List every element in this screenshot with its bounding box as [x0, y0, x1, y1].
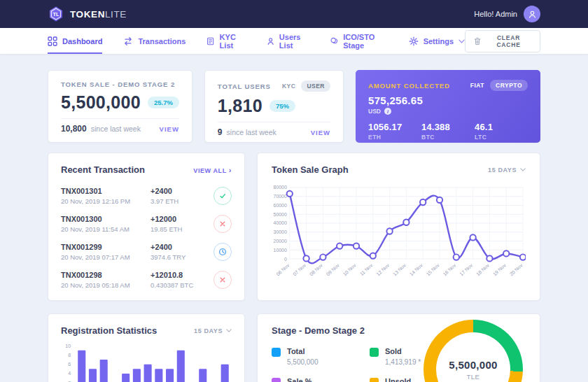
chevron-down-icon	[520, 168, 526, 171]
svg-text:13 Nov: 13 Nov	[392, 262, 407, 276]
legend-item-sale-: Sale %25.7% Sold	[272, 377, 370, 382]
graph-period-dropdown[interactable]: 15 DAYS	[488, 167, 526, 174]
nav-item-dashboard[interactable]: Dashboard	[48, 28, 102, 54]
token-sale-view-link[interactable]: VIEW	[160, 125, 179, 133]
transaction-status-failed-icon[interactable]	[214, 215, 232, 233]
svg-text:16 Nov: 16 Nov	[442, 262, 456, 276]
svg-text:15 Nov: 15 Nov	[426, 262, 440, 276]
token-sale-graph-title: Token Sale Graph	[272, 164, 349, 175]
transaction-id: TNX001299	[61, 243, 150, 251]
svg-text:8: 8	[68, 353, 71, 358]
tokenlite-hexagon-logo-icon: TL	[48, 6, 64, 22]
transaction-amount: +12000	[150, 215, 214, 223]
clear-cache-button[interactable]: CLEAR CACHE	[465, 30, 540, 52]
legend-label: Unsold	[385, 377, 416, 382]
transaction-row[interactable]: TNX00129820 Nov, 2019 05:18 AM+12010.80.…	[61, 266, 232, 294]
nav-item-label: Transactions	[138, 37, 186, 45]
svg-text:TL: TL	[52, 11, 59, 17]
registration-bar-chart: 1086420	[61, 343, 232, 382]
transaction-date: 20 Nov, 2019 05:18 AM	[61, 281, 150, 289]
nav-item-label: ICO/STO Stage	[343, 33, 387, 50]
user-toggle[interactable]: USER	[301, 80, 330, 92]
transaction-equivalent: 19.85 ETH	[150, 225, 214, 233]
svg-text:0: 0	[284, 257, 287, 262]
transaction-equivalent: 3.97 ETH	[150, 197, 214, 205]
stage-donut-chart: 5,500,000 TLE	[424, 320, 523, 382]
transaction-row[interactable]: TNX00130120 Nov, 2019 12:16 PM+24003.97 …	[61, 182, 232, 210]
total-users-view-link[interactable]: VIEW	[311, 129, 330, 136]
svg-text:17 Nov: 17 Nov	[458, 262, 473, 276]
crypto-amount-ltc: 46.1LTC	[475, 122, 528, 141]
amount-collected-value: 575,256.65	[368, 94, 528, 106]
legend-value: 1,413,919 *	[385, 358, 421, 366]
fiat-toggle[interactable]: FIAT	[470, 82, 484, 89]
transaction-amount: +12010.8	[150, 271, 214, 279]
info-icon[interactable]: i	[384, 108, 391, 115]
user-icon	[267, 36, 274, 46]
nav-item-label: Dashboard	[62, 37, 102, 45]
svg-text:40000: 40000	[274, 220, 287, 225]
svg-text:18 Nov: 18 Nov	[475, 262, 490, 276]
svg-text:10 Nov: 10 Nov	[342, 262, 357, 276]
transaction-row[interactable]: TNX00129920 Nov, 2019 07:17 AM+24003974.…	[61, 238, 232, 266]
transaction-date: 20 Nov, 2019 11:54 AM	[61, 225, 150, 233]
transaction-status-pending-icon[interactable]	[214, 243, 232, 261]
kyc-toggle[interactable]: KYC	[282, 83, 295, 90]
svg-text:80000: 80000	[274, 185, 287, 190]
svg-text:11 Nov: 11 Nov	[359, 262, 374, 276]
trash-icon	[474, 37, 481, 45]
transaction-amount: +2400	[150, 243, 214, 251]
view-all-link[interactable]: VIEW ALL ›	[193, 166, 232, 174]
token-sale-percent-badge: 25.7%	[148, 97, 179, 108]
nav-item-label: Users List	[279, 33, 309, 50]
total-users-delta: 9	[218, 127, 223, 137]
stage-panel: Stage - Demo Stage 2 Total5,500,000Sold1…	[257, 313, 540, 382]
registration-statistics-title: Registration Statistics	[61, 325, 157, 336]
amount-collected-card: AMOUNT COLLECTED FIAT CRYPTO 575,256.65 …	[356, 70, 540, 143]
coins-icon	[330, 36, 338, 46]
nav-item-kyc-list[interactable]: KYC List	[206, 28, 245, 54]
transaction-equivalent: 3974.6 TRY	[150, 253, 214, 261]
svg-text:20000: 20000	[274, 239, 287, 243]
chevron-down-icon	[458, 39, 465, 43]
stage-title: Stage - Demo Stage 2	[272, 325, 365, 336]
total-users-card: TOTAL USERS KYC USER 1,810 75% 9 since l…	[204, 70, 344, 143]
chevron-down-icon	[226, 329, 232, 332]
legend-label: Sold	[385, 347, 421, 355]
recent-transactions-panel: Recent Transaction VIEW ALL › TNX0013012…	[48, 153, 245, 301]
total-users-delta-caption: since last week	[227, 128, 276, 136]
nav-item-users-list[interactable]: Users List	[267, 28, 309, 54]
svg-text:50000: 50000	[274, 212, 287, 217]
amount-collected-card-label: AMOUNT COLLECTED	[368, 82, 450, 90]
transactions-arrows-icon	[123, 36, 133, 46]
svg-text:08 Nov: 08 Nov	[309, 262, 323, 276]
gear-icon	[409, 36, 419, 46]
main-nav: DashboardTransactionsKYC ListUsers ListI…	[0, 28, 588, 55]
svg-text:14 Nov: 14 Nov	[409, 262, 424, 276]
transaction-status-failed-icon[interactable]	[214, 271, 232, 289]
nav-item-settings[interactable]: Settings	[409, 28, 465, 54]
legend-label: Sale %	[287, 377, 323, 382]
svg-text:4: 4	[68, 371, 71, 376]
token-sale-delta: 10,800	[61, 124, 87, 134]
registration-period-dropdown[interactable]: 15 DAYS	[194, 327, 232, 334]
crypto-toggle[interactable]: CRYPTO	[490, 80, 528, 91]
user-avatar[interactable]	[524, 6, 540, 22]
svg-text:10: 10	[65, 344, 71, 348]
app-header: TL TOKENLITE Hello! Admin	[0, 0, 588, 28]
transaction-row[interactable]: TNX00130020 Nov, 2019 11:54 AM+1200019.8…	[61, 210, 232, 238]
chevron-right-icon: ›	[229, 166, 232, 174]
transaction-date: 20 Nov, 2019 12:16 PM	[61, 197, 150, 205]
token-sale-graph-panel: Token Sale Graph 15 DAYS 010000200003000…	[257, 153, 540, 301]
nav-item-ico-sto-stage[interactable]: ICO/STO Stage	[330, 28, 388, 54]
nav-item-transactions[interactable]: Transactions	[123, 28, 186, 54]
svg-text:09 Nov: 09 Nov	[326, 262, 340, 276]
kyc-document-icon	[206, 36, 214, 46]
crypto-amount-eth: 1056.17ETH	[368, 122, 421, 141]
dashboard-grid-icon	[48, 36, 57, 46]
svg-text:60000: 60000	[274, 203, 287, 208]
brand-logo[interactable]: TL TOKENLITE	[48, 6, 127, 22]
recent-transactions-title: Recent Transaction	[61, 164, 145, 175]
legend-swatch	[272, 348, 281, 357]
transaction-status-success-icon[interactable]	[214, 187, 232, 205]
